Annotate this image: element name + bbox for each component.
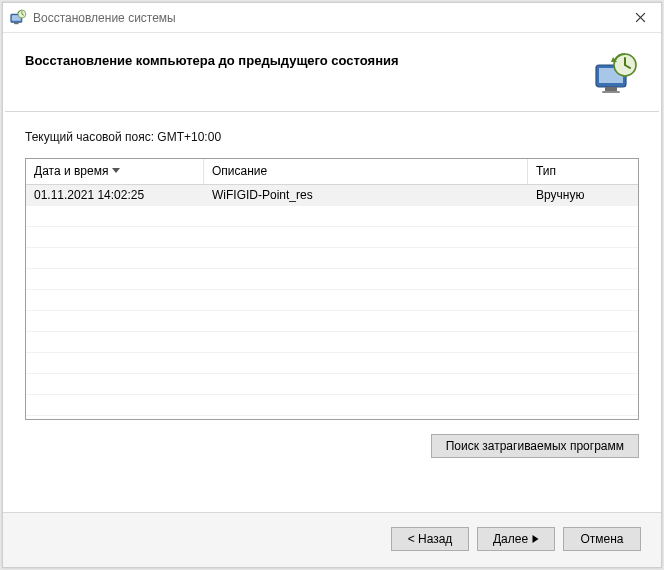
sort-descending-icon xyxy=(112,168,120,174)
cancel-button[interactable]: Отмена xyxy=(563,527,641,551)
svg-marker-14 xyxy=(533,535,539,543)
column-header-type[interactable]: Тип xyxy=(528,159,638,184)
wizard-footer: < Назад Далее Отмена xyxy=(3,512,661,567)
table-row[interactable]: 01.11.2021 14:02:25WiFIGID-Point_resВруч… xyxy=(26,185,638,206)
table-header: Дата и время Описание Тип xyxy=(26,159,638,185)
window-title: Восстановление системы xyxy=(33,11,176,25)
chevron-right-icon xyxy=(532,532,539,546)
table-row xyxy=(26,311,638,332)
scan-affected-programs-button[interactable]: Поиск затрагиваемых программ xyxy=(431,434,639,458)
cell-description: WiFIGID-Point_res xyxy=(204,188,528,202)
column-header-label: Дата и время xyxy=(34,164,108,178)
system-restore-window: Восстановление системы Восстановление ко… xyxy=(2,2,662,568)
header: Восстановление компьютера до предыдущего… xyxy=(3,33,661,111)
table-row xyxy=(26,206,638,227)
below-grid-actions: Поиск затрагиваемых программ xyxy=(25,420,639,458)
timezone-label: Текущий часовой пояс: GMT+10:00 xyxy=(25,130,639,144)
back-button[interactable]: < Назад xyxy=(391,527,469,551)
table-row xyxy=(26,353,638,374)
table-row xyxy=(26,248,638,269)
next-button-label: Далее xyxy=(493,532,528,546)
table-body: 01.11.2021 14:02:25WiFIGID-Point_resВруч… xyxy=(26,185,638,419)
svg-rect-10 xyxy=(602,91,620,93)
table-row xyxy=(26,374,638,395)
table-row xyxy=(26,269,638,290)
table-row xyxy=(26,227,638,248)
cell-type: Вручную xyxy=(528,188,638,202)
system-restore-icon xyxy=(9,9,27,27)
svg-rect-2 xyxy=(14,22,19,24)
column-header-datetime[interactable]: Дата и время xyxy=(26,159,204,184)
close-button[interactable] xyxy=(619,4,661,32)
column-header-label: Описание xyxy=(212,164,267,178)
system-restore-large-icon xyxy=(591,51,639,99)
table-row xyxy=(26,395,638,416)
table-row xyxy=(26,290,638,311)
content-area: Текущий часовой пояс: GMT+10:00 Дата и в… xyxy=(3,112,661,512)
page-heading: Восстановление компьютера до предыдущего… xyxy=(25,51,399,68)
svg-marker-13 xyxy=(112,168,120,173)
table-row xyxy=(26,332,638,353)
titlebar: Восстановление системы xyxy=(3,3,661,33)
cell-datetime: 01.11.2021 14:02:25 xyxy=(26,188,204,202)
next-button[interactable]: Далее xyxy=(477,527,555,551)
restore-points-table: Дата и время Описание Тип 01.11.2021 14:… xyxy=(25,158,639,420)
svg-rect-9 xyxy=(605,87,617,91)
column-header-description[interactable]: Описание xyxy=(204,159,528,184)
column-header-label: Тип xyxy=(536,164,556,178)
